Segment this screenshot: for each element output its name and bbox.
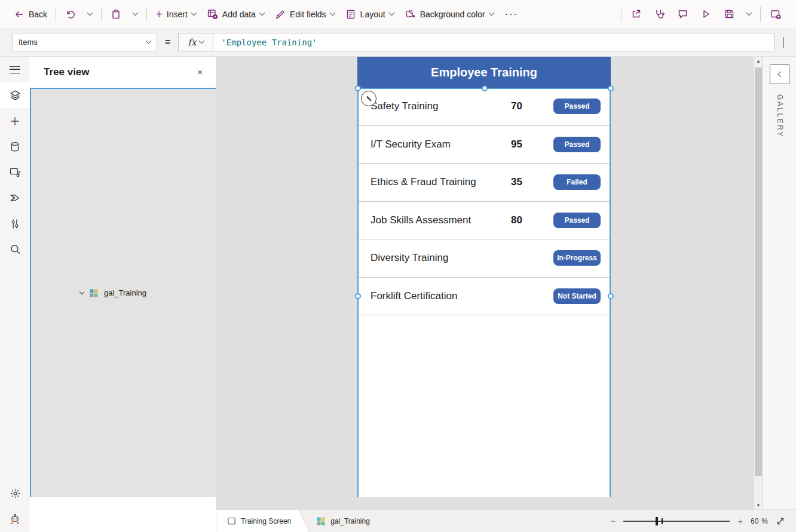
collapse-menu-button[interactable] — [0, 57, 30, 82]
search-nav-button[interactable] — [0, 236, 30, 262]
zoom-slider[interactable] — [623, 521, 730, 522]
comments-button[interactable] — [671, 4, 694, 24]
status-button[interactable]: Passed — [553, 137, 601, 152]
background-color-menu[interactable]: Background color — [399, 4, 499, 24]
score-label[interactable]: 70 — [496, 100, 522, 112]
paste-button[interactable] — [105, 4, 127, 24]
virtual-agent-button[interactable] — [0, 506, 30, 532]
power-automate-icon — [9, 192, 22, 204]
scroll-down-icon[interactable]: ▼ — [754, 501, 763, 509]
close-icon[interactable]: × — [194, 66, 206, 78]
tree-item-lbl-title[interactable]: lbl_Title — [30, 195, 216, 216]
status-button[interactable]: Passed — [553, 99, 601, 114]
tree-item-shp-separator[interactable]: shp_Separator — [30, 300, 216, 321]
status-button[interactable]: Not Started — [553, 288, 601, 304]
command-overflow-button[interactable]: ··· — [499, 4, 524, 24]
screen-title-bar[interactable]: Employee Training — [357, 57, 611, 88]
resize-handle[interactable] — [608, 85, 614, 91]
scroll-up-icon[interactable]: ▲ — [754, 57, 763, 65]
save-button[interactable] — [718, 4, 741, 24]
pencil-icon — [365, 95, 373, 103]
tree-item-shp-title[interactable]: shp_Title — [30, 216, 216, 237]
data-nav-button[interactable] — [0, 134, 30, 159]
tab-components[interactable]: Components — [91, 86, 139, 101]
media-nav-button[interactable] — [0, 159, 30, 185]
publish-button[interactable] — [764, 4, 788, 24]
status-button[interactable]: Failed — [553, 174, 601, 190]
insert-nav-button[interactable] — [0, 108, 30, 134]
zoom-in-button[interactable]: + — [737, 516, 743, 526]
expand-pane-button[interactable] — [770, 64, 789, 84]
tree-view-nav-button[interactable] — [0, 82, 30, 108]
preview-button[interactable] — [694, 4, 718, 24]
course-label[interactable]: Ethics & Fraud Training — [371, 176, 496, 188]
scrollbar-thumb[interactable] — [755, 67, 762, 476]
variables-nav-button[interactable] — [0, 211, 30, 236]
resize-handle[interactable] — [355, 85, 361, 91]
resize-handle[interactable] — [482, 85, 488, 91]
canvas-scrollbar[interactable]: ▲ ▼ — [754, 57, 763, 509]
course-label[interactable]: I/T Security Exam — [371, 139, 496, 150]
undo-button[interactable] — [59, 4, 82, 24]
app-screen-canvas[interactable]: Employee Training Safety Training 70 Pas… — [357, 57, 611, 497]
layout-icon — [345, 9, 356, 20]
fit-to-window-icon[interactable] — [776, 516, 785, 526]
gallery-row[interactable]: Safety Training 70 Passed — [357, 88, 611, 126]
gallery-row[interactable]: I/T Security Exam 95 Passed — [357, 126, 611, 164]
layout-menu[interactable]: Layout — [340, 4, 399, 24]
resize-handle[interactable] — [608, 293, 614, 299]
gallery-row[interactable]: Job Skills Assessment 80 Passed — [357, 202, 611, 240]
paste-menu-chevron[interactable] — [127, 4, 143, 24]
formula-bar-expand-button[interactable] — [783, 37, 784, 48]
back-button[interactable]: Back — [8, 4, 53, 24]
fx-menu[interactable]: fx — [178, 33, 213, 51]
undo-menu-chevron[interactable] — [82, 4, 98, 24]
gallery-row[interactable]: Forklift Certification Not Started — [357, 278, 611, 316]
tree-item-app[interactable]: App — [30, 153, 216, 174]
status-button[interactable]: Passed — [553, 213, 601, 228]
gallery-row[interactable]: Diversity Training In-Progress — [357, 239, 611, 278]
new-screen-button[interactable]: + New screen — [44, 132, 202, 147]
course-label[interactable]: Forklift Certification — [371, 290, 496, 302]
gallery-row[interactable]: Ethics & Fraud Training 35 Failed — [357, 164, 611, 202]
breadcrumb-screen[interactable]: Training Screen — [216, 510, 297, 532]
course-label[interactable]: Safety Training — [371, 100, 496, 112]
edit-fields-menu[interactable]: Edit fields — [270, 4, 340, 24]
status-button[interactable]: In-Progress — [553, 250, 601, 266]
insert-menu[interactable]: + Insert — [150, 4, 201, 24]
tree-item-lbl-score[interactable]: lbl_Score — [30, 258, 216, 279]
tab-screens[interactable]: Screens — [44, 86, 76, 101]
resize-handle[interactable] — [355, 293, 361, 299]
score-label[interactable]: 95 — [496, 139, 522, 150]
add-data-menu[interactable]: Add data — [201, 4, 270, 24]
score-label[interactable]: 35 — [496, 176, 522, 188]
back-arrow-icon — [14, 9, 25, 20]
share-icon — [630, 8, 642, 20]
chevron-down-icon[interactable] — [65, 181, 70, 186]
power-automate-nav-button[interactable] — [0, 185, 30, 211]
tree-search[interactable] — [44, 109, 204, 126]
property-selector[interactable]: Items — [12, 33, 157, 51]
tree-item-label: lbl_Title — [109, 201, 135, 210]
settings-button[interactable] — [0, 481, 30, 506]
edit-gallery-button[interactable] — [361, 91, 376, 106]
tree-item-btn-status[interactable]: btn_Status — [30, 279, 216, 300]
zoom-out-button[interactable]: − — [610, 516, 616, 526]
breadcrumb-control[interactable]: gal_Training — [304, 516, 375, 526]
chevron-down-icon — [329, 10, 335, 16]
zoom-slider-handle[interactable] — [656, 517, 658, 525]
save-menu-chevron[interactable] — [741, 4, 757, 24]
share-button[interactable] — [624, 4, 648, 24]
tree-item-lbl-course[interactable]: lbl_Course — [30, 237, 216, 258]
search-icon — [9, 243, 22, 256]
score-label[interactable]: 80 — [496, 214, 522, 226]
chevron-down-icon — [199, 38, 205, 44]
course-label[interactable]: Diversity Training — [371, 252, 496, 264]
gallery-icon — [316, 516, 326, 526]
add-data-icon — [207, 8, 218, 20]
course-label[interactable]: Job Skills Assessment — [371, 214, 496, 226]
search-input[interactable] — [63, 113, 198, 122]
app-checker-button[interactable] — [648, 4, 671, 24]
tree-item-training-screen[interactable]: Training Screen — [30, 174, 216, 195]
formula-input[interactable]: 'Employee Training' — [213, 33, 775, 51]
